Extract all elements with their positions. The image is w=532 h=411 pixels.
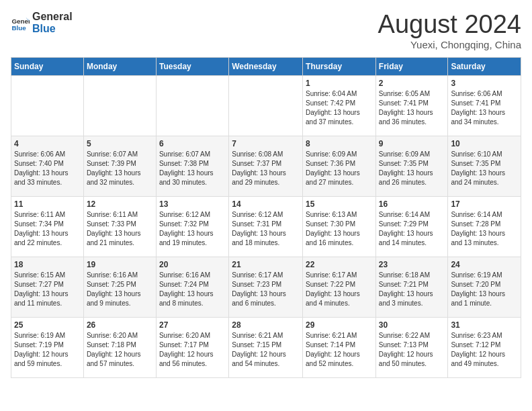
day-number: 1	[306, 79, 373, 88]
calendar-cell: 31Sunrise: 6:23 AM Sunset: 7:12 PM Dayli…	[448, 317, 521, 377]
logo-icon: General Blue	[11, 13, 30, 32]
day-number: 19	[87, 260, 153, 269]
day-number: 4	[14, 139, 81, 148]
calendar-cell: 22Sunrise: 6:17 AM Sunset: 7:22 PM Dayli…	[303, 257, 376, 317]
logo: General Blue General Blue	[11, 11, 73, 34]
location-label: Yuexi, Chongqing, China	[378, 39, 521, 50]
day-number: 31	[451, 320, 518, 330]
weekday-header-monday: Monday	[83, 57, 156, 75]
day-number: 9	[379, 139, 445, 148]
calendar-cell	[156, 75, 228, 136]
day-number: 17	[451, 199, 518, 209]
calendar-cell: 24Sunrise: 6:19 AM Sunset: 7:20 PM Dayli…	[448, 257, 521, 317]
weekday-header-saturday: Saturday	[448, 57, 521, 75]
day-info: Sunrise: 6:16 AM Sunset: 7:25 PM Dayligh…	[87, 271, 153, 308]
day-number: 8	[306, 139, 373, 148]
calendar-cell: 12Sunrise: 6:11 AM Sunset: 7:33 PM Dayli…	[83, 196, 156, 257]
calendar-week-row: 18Sunrise: 6:15 AM Sunset: 7:27 PM Dayli…	[11, 257, 521, 317]
day-number: 22	[306, 260, 373, 269]
day-number: 20	[159, 260, 226, 269]
day-number: 10	[451, 139, 518, 148]
day-number: 5	[87, 139, 153, 148]
calendar-cell: 23Sunrise: 6:18 AM Sunset: 7:21 PM Dayli…	[375, 257, 448, 317]
day-info: Sunrise: 6:05 AM Sunset: 7:41 PM Dayligh…	[379, 89, 445, 127]
day-info: Sunrise: 6:23 AM Sunset: 7:12 PM Dayligh…	[451, 331, 518, 369]
day-info: Sunrise: 6:15 AM Sunset: 7:27 PM Dayligh…	[14, 271, 81, 308]
day-number: 28	[232, 320, 300, 330]
calendar-cell: 8Sunrise: 6:09 AM Sunset: 7:36 PM Daylig…	[303, 136, 376, 196]
day-info: Sunrise: 6:06 AM Sunset: 7:41 PM Dayligh…	[451, 89, 518, 127]
calendar-cell: 3Sunrise: 6:06 AM Sunset: 7:41 PM Daylig…	[448, 75, 521, 136]
day-info: Sunrise: 6:17 AM Sunset: 7:22 PM Dayligh…	[306, 271, 373, 308]
day-number: 15	[306, 199, 373, 209]
calendar-cell: 27Sunrise: 6:20 AM Sunset: 7:17 PM Dayli…	[156, 317, 228, 377]
day-number: 2	[379, 79, 445, 88]
day-number: 16	[379, 199, 445, 209]
day-info: Sunrise: 6:16 AM Sunset: 7:24 PM Dayligh…	[159, 271, 226, 308]
calendar-cell	[229, 75, 303, 136]
day-info: Sunrise: 6:14 AM Sunset: 7:28 PM Dayligh…	[451, 210, 518, 248]
weekday-header-friday: Friday	[375, 57, 448, 75]
calendar-cell: 21Sunrise: 6:17 AM Sunset: 7:23 PM Dayli…	[229, 257, 303, 317]
day-info: Sunrise: 6:13 AM Sunset: 7:30 PM Dayligh…	[306, 210, 373, 248]
calendar-cell: 1Sunrise: 6:04 AM Sunset: 7:42 PM Daylig…	[303, 75, 376, 136]
svg-text:Blue: Blue	[11, 24, 26, 31]
day-number: 25	[14, 320, 81, 330]
calendar-cell: 20Sunrise: 6:16 AM Sunset: 7:24 PM Dayli…	[156, 257, 228, 317]
title-section: August 2024 Yuexi, Chongqing, China	[378, 11, 521, 50]
calendar-cell: 4Sunrise: 6:06 AM Sunset: 7:40 PM Daylig…	[11, 136, 84, 196]
weekday-header-thursday: Thursday	[303, 57, 376, 75]
weekday-header-tuesday: Tuesday	[156, 57, 228, 75]
calendar-cell: 14Sunrise: 6:12 AM Sunset: 7:31 PM Dayli…	[229, 196, 303, 257]
calendar-cell: 17Sunrise: 6:14 AM Sunset: 7:28 PM Dayli…	[448, 196, 521, 257]
calendar-cell: 15Sunrise: 6:13 AM Sunset: 7:30 PM Dayli…	[303, 196, 376, 257]
calendar-cell	[83, 75, 156, 136]
calendar-table: SundayMondayTuesdayWednesdayThursdayFrid…	[11, 57, 521, 378]
day-info: Sunrise: 6:06 AM Sunset: 7:40 PM Dayligh…	[14, 150, 81, 187]
weekday-header-row: SundayMondayTuesdayWednesdayThursdayFrid…	[11, 57, 521, 75]
day-number: 18	[14, 260, 81, 269]
day-info: Sunrise: 6:10 AM Sunset: 7:35 PM Dayligh…	[451, 150, 518, 187]
day-info: Sunrise: 6:18 AM Sunset: 7:21 PM Dayligh…	[379, 271, 445, 308]
calendar-cell	[11, 75, 84, 136]
calendar-cell: 11Sunrise: 6:11 AM Sunset: 7:34 PM Dayli…	[11, 196, 84, 257]
calendar-cell: 18Sunrise: 6:15 AM Sunset: 7:27 PM Dayli…	[11, 257, 84, 317]
calendar-cell: 25Sunrise: 6:19 AM Sunset: 7:19 PM Dayli…	[11, 317, 84, 377]
day-info: Sunrise: 6:07 AM Sunset: 7:39 PM Dayligh…	[87, 150, 153, 187]
calendar-cell: 13Sunrise: 6:12 AM Sunset: 7:32 PM Dayli…	[156, 196, 228, 257]
day-info: Sunrise: 6:11 AM Sunset: 7:34 PM Dayligh…	[14, 210, 81, 248]
logo-general-text: General	[32, 11, 73, 23]
calendar-cell: 19Sunrise: 6:16 AM Sunset: 7:25 PM Dayli…	[83, 257, 156, 317]
day-number: 6	[159, 139, 226, 148]
logo-blue-text: Blue	[32, 23, 73, 35]
day-number: 27	[159, 320, 226, 330]
day-info: Sunrise: 6:12 AM Sunset: 7:32 PM Dayligh…	[159, 210, 226, 248]
day-info: Sunrise: 6:04 AM Sunset: 7:42 PM Dayligh…	[306, 89, 373, 127]
day-info: Sunrise: 6:21 AM Sunset: 7:14 PM Dayligh…	[306, 331, 373, 369]
day-info: Sunrise: 6:11 AM Sunset: 7:33 PM Dayligh…	[87, 210, 153, 248]
day-number: 29	[306, 320, 373, 330]
weekday-header-wednesday: Wednesday	[229, 57, 303, 75]
calendar-week-row: 1Sunrise: 6:04 AM Sunset: 7:42 PM Daylig…	[11, 75, 521, 136]
calendar-cell: 5Sunrise: 6:07 AM Sunset: 7:39 PM Daylig…	[83, 136, 156, 196]
calendar-cell: 6Sunrise: 6:07 AM Sunset: 7:38 PM Daylig…	[156, 136, 228, 196]
day-info: Sunrise: 6:09 AM Sunset: 7:35 PM Dayligh…	[379, 150, 445, 187]
calendar-cell: 26Sunrise: 6:20 AM Sunset: 7:18 PM Dayli…	[83, 317, 156, 377]
day-info: Sunrise: 6:20 AM Sunset: 7:17 PM Dayligh…	[159, 331, 226, 369]
day-info: Sunrise: 6:20 AM Sunset: 7:18 PM Dayligh…	[87, 331, 153, 369]
day-number: 24	[451, 260, 518, 269]
calendar-cell: 28Sunrise: 6:21 AM Sunset: 7:15 PM Dayli…	[229, 317, 303, 377]
page-header: General Blue General Blue August 2024 Yu…	[11, 11, 521, 50]
day-info: Sunrise: 6:19 AM Sunset: 7:20 PM Dayligh…	[451, 271, 518, 308]
day-info: Sunrise: 6:19 AM Sunset: 7:19 PM Dayligh…	[14, 331, 81, 369]
day-info: Sunrise: 6:14 AM Sunset: 7:29 PM Dayligh…	[379, 210, 445, 248]
calendar-week-row: 11Sunrise: 6:11 AM Sunset: 7:34 PM Dayli…	[11, 196, 521, 257]
month-year-title: August 2024	[378, 11, 521, 39]
day-number: 3	[451, 79, 518, 88]
calendar-cell: 2Sunrise: 6:05 AM Sunset: 7:41 PM Daylig…	[375, 75, 448, 136]
day-number: 23	[379, 260, 445, 269]
day-number: 13	[159, 199, 226, 209]
day-info: Sunrise: 6:12 AM Sunset: 7:31 PM Dayligh…	[232, 210, 300, 248]
day-info: Sunrise: 6:07 AM Sunset: 7:38 PM Dayligh…	[159, 150, 226, 187]
day-info: Sunrise: 6:17 AM Sunset: 7:23 PM Dayligh…	[232, 271, 300, 308]
